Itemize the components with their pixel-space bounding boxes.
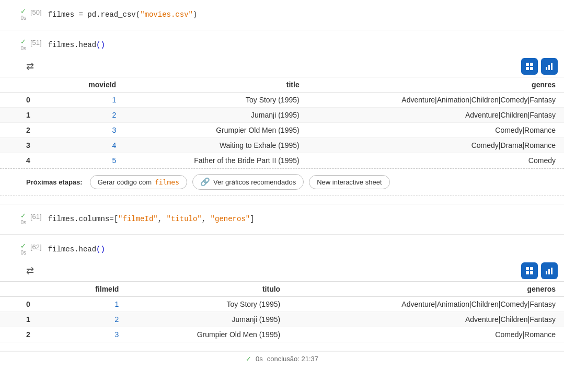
td-idx: 0 [0,297,62,312]
code-s3: "generos" [211,215,250,223]
td-titulo: Grumpier Old Men (1995) [127,327,289,342]
svg-rect-7 [526,267,529,270]
td-titulo: Jumanji (1995) [127,312,289,327]
sort-icon-62[interactable]: ⇄ [26,265,34,276]
link-icon: 🔗 [200,177,210,187]
sort-icon-51[interactable]: ⇄ [26,61,34,72]
svg-rect-10 [530,271,533,274]
status-bar: ✓ 0s conclusão: 21:37 [0,351,564,366]
code-s2: "titulo" [167,215,202,223]
th-movieid: movieId [58,77,124,93]
action-icons-51 [521,58,564,75]
td-idx: 1 [0,312,62,327]
cell-51: ✓ 0s [51] filmes.head() ⇄ [0,30,564,204]
th-generos: generos [289,282,564,297]
th-title: title [124,77,308,93]
td-movieid: 1 [58,93,124,108]
td-filmeid: 1 [62,297,127,312]
table-view-btn-62[interactable] [521,262,538,279]
th-titulo: titulo [127,282,289,297]
td-genres: Comedy|Romance [308,123,564,138]
table-row: 2 3 Grumpier Old Men (1995) Comedy|Roman… [0,327,564,342]
cell-50-gutter: ✓ 0s [4,7,30,21]
cell-51-time: 0s [20,45,26,51]
next-steps-bar: Próximas etapas: Gerar código com filmes… [0,168,564,195]
svg-rect-12 [548,269,550,274]
table-output-62: ⇄ filmeId titulo generos [0,260,564,347]
td-genres: Adventure|Children|Fantasy [308,108,564,123]
data-table-51: movieId title genres 0 1 Toy Story (1995… [0,77,564,168]
cell-51-code: filmes.head() [48,38,564,53]
code-text: filmes.columns=[ [48,215,118,223]
svg-rect-6 [551,63,553,70]
cell-51-check: ✓ [20,38,26,45]
cell-51-number: [51] [30,38,42,47]
cell-50-time: 0s [20,15,26,21]
cell-50-content: filmes = pd.read_csv("movies.csv") [48,7,564,22]
table-header-row-51: ⇄ [0,58,564,75]
btn-gerar-highlight: filmes [155,178,179,186]
code-text: filmes = pd.read_csv( [48,10,140,19]
td-idx: 3 [0,138,58,153]
table-row: 3 4 Waiting to Exhale (1995) Comedy|Dram… [0,138,564,153]
cell-61-content: filmes.columns=["filmeId", "titulo", "ge… [48,212,564,227]
td-title: Toy Story (1995) [124,93,308,108]
svg-rect-0 [526,63,529,66]
next-steps-label: Próximas etapas: [26,178,83,186]
svg-rect-3 [530,67,533,70]
code-func: () [96,245,105,253]
td-movieid: 5 [58,153,124,168]
td-generos: Adventure|Animation|Children|Comedy|Fant… [289,297,564,312]
status-check-icon: ✓ [246,355,251,363]
cell-51-gutter: ✓ 0s [4,38,30,51]
svg-rect-11 [546,271,547,274]
td-generos: Adventure|Children|Fantasy [289,312,564,327]
table-output-51: ⇄ movieId title genres [0,56,564,200]
td-filmeid: 2 [62,312,127,327]
td-generos: Comedy|Romance [289,327,564,342]
cell-50: ✓ 0s [50] filmes = pd.read_csv("movies.c… [0,0,564,30]
th-idx-51 [0,77,58,93]
table-header-row-62: ⇄ [0,262,564,279]
cell-50-check: ✓ [20,7,26,15]
cell-62-content: filmes.head() [48,242,564,257]
td-genres: Comedy|Drama|Romance [308,138,564,153]
notebook: ✓ 0s [50] filmes = pd.read_csv("movies.c… [0,0,564,366]
cell-62-code: filmes.head() [48,242,564,257]
cell-50-code: filmes = pd.read_csv("movies.csv") [48,7,564,22]
td-title: Grumpier Old Men (1995) [124,123,308,138]
status-time: 0s [256,355,263,363]
btn-new-sheet[interactable]: New interactive sheet [309,175,389,189]
td-title: Jumanji (1995) [124,108,308,123]
td-idx: 0 [0,93,58,108]
code-c2: , [202,215,211,223]
code-text: filmes.head [48,41,96,49]
table-row: 1 2 Jumanji (1995) Adventure|Children|Fa… [0,312,564,327]
cell-62-gutter: ✓ 0s [4,242,30,256]
btn-ver-graficos[interactable]: 🔗 Ver gráficos recomendados [192,174,304,190]
cell-50-number: [50] [30,7,42,16]
table-row: 2 3 Grumpier Old Men (1995) Comedy|Roman… [0,123,564,138]
table-row: 4 5 Father of the Bride Part II (1995) C… [0,153,564,168]
cell-61: ✓ 0s [61] filmes.columns=["filmeId", "ti… [0,204,564,235]
cell-62-check: ✓ [20,242,26,250]
td-title: Father of the Bride Part II (1995) [124,153,308,168]
code-func: () [96,41,105,49]
td-movieid: 2 [58,108,124,123]
svg-rect-1 [530,63,533,66]
btn-gerar-codigo[interactable]: Gerar código com filmes [90,175,187,189]
chart-view-btn-51[interactable] [541,58,558,75]
svg-rect-5 [548,65,550,70]
svg-rect-13 [551,268,553,274]
td-idx: 2 [0,123,58,138]
table-view-btn-51[interactable] [521,58,538,75]
cell-62-time: 0s [20,250,26,256]
btn-graficos-label: Ver gráficos recomendados [213,178,296,186]
code-c3: ] [250,215,254,223]
table-row: 1 2 Jumanji (1995) Adventure|Children|Fa… [0,108,564,123]
td-genres: Comedy [308,153,564,168]
code-s1: "filmeId" [118,215,158,223]
chart-view-btn-62[interactable] [541,262,558,279]
td-idx: 4 [0,153,58,168]
td-idx: 1 [0,108,58,123]
